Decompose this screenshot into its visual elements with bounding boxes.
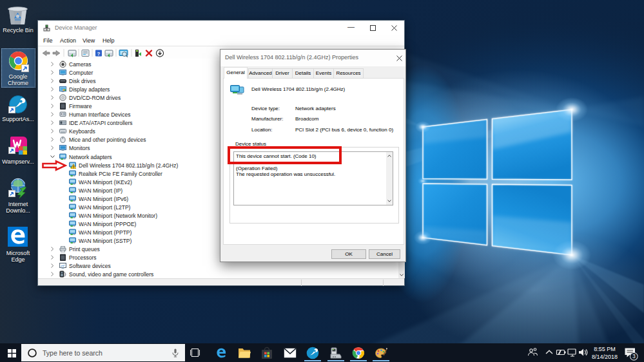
svg-text:?: ? — [97, 51, 101, 57]
svg-text:3: 3 — [632, 353, 636, 359]
